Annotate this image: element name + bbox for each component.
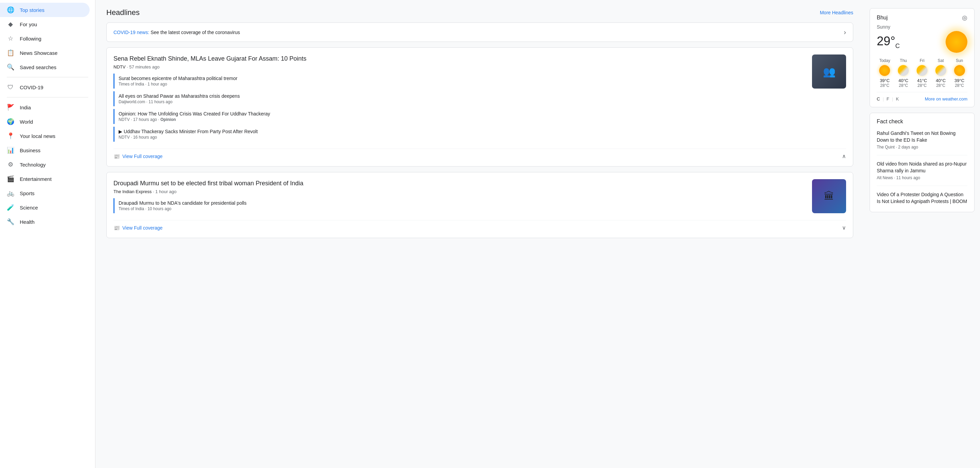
- sidebar-icon-world: 🌍: [7, 118, 14, 125]
- fact-check-item-title-1: Old video from Noida shared as pro-Nupur…: [877, 161, 967, 174]
- news-bullet-sena-1[interactable]: All eyes on Sharad Pawar as Maharashtra …: [113, 91, 807, 106]
- news-card-title-murmu[interactable]: Droupadi Murmu set to be elected first t…: [113, 179, 807, 188]
- sidebar-icon-science: 🧪: [7, 204, 14, 211]
- weather-widget: Bhuj ◎ Sunny 29°C Today 39°C 28°C Thu 40…: [870, 8, 975, 107]
- fact-check-item-1[interactable]: Old video from Noida shared as pro-Nupur…: [877, 161, 967, 186]
- sidebar-label-india: India: [20, 105, 31, 110]
- news-card-sena: Sena Rebel Eknath Shinde, MLAs Leave Guj…: [106, 48, 853, 167]
- weather-more-link[interactable]: More on weather.com: [925, 97, 967, 102]
- forecast-icon-1: [898, 65, 909, 76]
- forecast-day-3: Sat 40°C 28°C: [932, 58, 949, 88]
- sidebar-item-entertainment[interactable]: 🎬Entertainment: [0, 172, 90, 186]
- weather-temp: 29°C: [877, 34, 900, 50]
- sidebar-icon-saved-searches: 🔍: [7, 63, 14, 71]
- weather-units[interactable]: C | F | K: [877, 97, 899, 102]
- sidebar-item-saved-searches[interactable]: 🔍Saved searches: [0, 60, 90, 74]
- fact-check-items: Rahul Gandhi's Tweet on Not Bowing Down …: [877, 130, 967, 205]
- covid-banner[interactable]: COVID-19 news: See the latest coverage o…: [106, 22, 853, 42]
- sidebar-item-following[interactable]: ☆Following: [0, 31, 90, 46]
- news-bullet-murmu-0[interactable]: Draupadi Murmu to be NDA's candidate for…: [113, 198, 807, 213]
- fact-check-item-source-0: The Quint · 2 days ago: [877, 145, 967, 149]
- forecast-icon-3: [935, 65, 946, 76]
- covid-link: COVID-19 news:: [113, 30, 149, 35]
- news-card-header-murmu: Droupadi Murmu set to be elected first t…: [113, 179, 846, 216]
- unit-celsius[interactable]: C: [877, 97, 880, 102]
- news-bullet-sena-0[interactable]: Surat becomes epicentre of Maharashtra p…: [113, 74, 807, 89]
- sidebar-item-india[interactable]: 🚩India: [0, 100, 90, 114]
- view-coverage-link-sena[interactable]: 📰 View Full coverage: [113, 154, 162, 159]
- view-coverage-link-murmu[interactable]: 📰 View Full coverage: [113, 225, 162, 231]
- sidebar-divider: [7, 97, 88, 97]
- news-thumbnail-murmu: 🏛: [812, 179, 846, 213]
- forecast-icon-2: [916, 65, 928, 76]
- toggle-icon-sena[interactable]: ∧: [842, 153, 846, 159]
- sidebar-item-local-news[interactable]: 📍Your local news: [0, 129, 90, 143]
- news-card-content-sena: Sena Rebel Eknath Shinde, MLAs Leave Guj…: [113, 54, 807, 144]
- sidebar-icon-technology: ⚙: [7, 161, 14, 168]
- view-coverage-sena: 📰 View Full coverage∧: [113, 149, 846, 159]
- forecast-day-2: Fri 41°C 28°C: [914, 58, 930, 88]
- sidebar-divider: [7, 77, 88, 77]
- forecast-low-0: 28°C: [877, 83, 893, 88]
- news-bullet-sena-3[interactable]: ▶ Uddhav Thackeray Sacks Minister From P…: [113, 127, 807, 142]
- sidebar-icon-sports: 🚲: [7, 189, 14, 197]
- sidebar-icon-health: 🔧: [7, 218, 14, 225]
- sidebar-item-for-you[interactable]: ◆For you: [0, 17, 90, 31]
- forecast-low-1: 28°C: [896, 83, 912, 88]
- news-card-murmu: Droupadi Murmu set to be elected first t…: [106, 172, 853, 238]
- forecast-high-0: 39°C: [877, 78, 893, 83]
- sidebar-item-business[interactable]: 📊Business: [0, 143, 90, 157]
- forecast-low-2: 28°C: [914, 83, 930, 88]
- weather-sun-icon: [946, 31, 967, 53]
- fact-check-item-2[interactable]: Video Of a Protester Dodging A Question …: [877, 192, 967, 205]
- covid-banner-text: COVID-19 news: See the latest coverage o…: [113, 30, 240, 35]
- fact-check-item-source-1: Alt News · 11 hours ago: [877, 175, 967, 180]
- sidebar-item-world[interactable]: 🌍World: [0, 114, 90, 129]
- sidebar-label-technology: Technology: [20, 162, 46, 168]
- forecast-day-name-3: Sat: [932, 58, 949, 63]
- sidebar-label-business: Business: [20, 148, 41, 153]
- fact-check-item-0[interactable]: Rahul Gandhi's Tweet on Not Bowing Down …: [877, 130, 967, 155]
- sidebar-icon-top-stories: 🌐: [7, 6, 14, 14]
- sidebar-item-technology[interactable]: ⚙Technology: [0, 157, 90, 172]
- sidebar-icon-following: ☆: [7, 35, 14, 42]
- sidebar-icon-local-news: 📍: [7, 132, 14, 140]
- view-coverage-murmu: 📰 View Full coverage∨: [113, 220, 846, 231]
- sidebar-item-covid-19[interactable]: 🛡COVID-19: [0, 80, 90, 94]
- forecast-day-name-0: Today: [877, 58, 893, 63]
- unit-fahrenheit[interactable]: F: [887, 97, 889, 102]
- weather-condition: Sunny: [877, 24, 967, 30]
- forecast-day-name-1: Thu: [896, 58, 912, 63]
- forecast-high-4: 39°C: [951, 78, 967, 83]
- news-card-bullets-murmu: Draupadi Murmu to be NDA's candidate for…: [113, 198, 807, 213]
- more-headlines-link[interactable]: More Headlines: [820, 10, 853, 15]
- news-bullet-sena-2[interactable]: Opinion: How The Unfolding Crisis Was Cr…: [113, 109, 807, 124]
- sidebar-label-health: Health: [20, 219, 34, 225]
- location-icon[interactable]: ◎: [962, 14, 967, 21]
- fact-check-item-title-0: Rahul Gandhi's Tweet on Not Bowing Down …: [877, 130, 967, 143]
- forecast-day-0: Today 39°C 28°C: [877, 58, 893, 88]
- news-cards-container: Sena Rebel Eknath Shinde, MLAs Leave Guj…: [106, 48, 853, 238]
- news-card-content-murmu: Droupadi Murmu set to be elected first t…: [113, 179, 807, 216]
- sidebar-item-top-stories[interactable]: 🌐Top stories: [0, 3, 90, 17]
- sidebar-label-sports: Sports: [20, 190, 34, 196]
- chevron-right-icon: ›: [844, 28, 846, 36]
- weather-city: Bhuj: [877, 15, 888, 21]
- sidebar-item-news-showcase[interactable]: 📋News Showcase: [0, 46, 90, 60]
- sidebar-item-sports[interactable]: 🚲Sports: [0, 186, 90, 200]
- sidebar-item-health[interactable]: 🔧Health: [0, 214, 90, 229]
- toggle-icon-murmu[interactable]: ∨: [842, 224, 846, 231]
- news-card-title-sena[interactable]: Sena Rebel Eknath Shinde, MLAs Leave Guj…: [113, 54, 807, 63]
- forecast-day-name-4: Sun: [951, 58, 967, 63]
- sidebar-label-entertainment: Entertainment: [20, 176, 51, 182]
- sidebar-icon-covid-19: 🛡: [7, 84, 14, 91]
- unit-kelvin[interactable]: K: [896, 97, 899, 102]
- sidebar-icon-india: 🚩: [7, 103, 14, 111]
- sidebar-icon-for-you: ◆: [7, 21, 14, 28]
- sidebar: 🌐Top stories◆For you☆Following📋News Show…: [0, 0, 95, 468]
- forecast-day-1: Thu 40°C 28°C: [896, 58, 912, 88]
- forecast-low-4: 28°C: [951, 83, 967, 88]
- sidebar-item-science[interactable]: 🧪Science: [0, 200, 90, 214]
- sidebar-label-following: Following: [20, 36, 41, 41]
- sidebar-label-for-you: For you: [20, 21, 37, 27]
